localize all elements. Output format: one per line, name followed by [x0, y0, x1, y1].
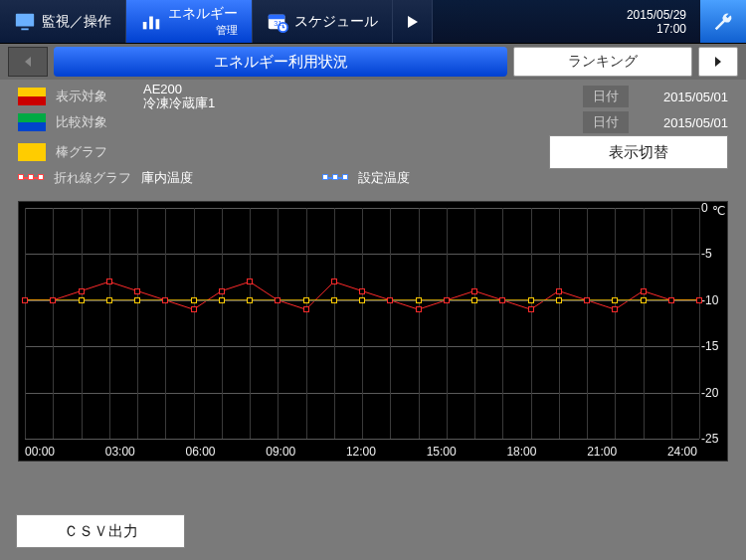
- calendar-clock-icon: 31: [267, 11, 288, 33]
- x-tick: 03:00: [105, 445, 135, 459]
- csv-export-label: ＣＳＶ出力: [64, 522, 138, 541]
- data-point: [499, 297, 505, 303]
- data-point: [528, 297, 534, 303]
- filter-panel: 表示対象 AE200 冷凍冷蔵庫1 日付 2015/05/01 比較対象 日付 …: [0, 80, 746, 199]
- bar-chart-icon: [140, 11, 162, 33]
- compare-label: 比較対象: [56, 113, 133, 131]
- data-point: [79, 297, 85, 303]
- tab-energy[interactable]: エネルギー 管理: [126, 0, 253, 43]
- x-tick: 00:00: [25, 445, 55, 459]
- svg-rect-3: [149, 16, 153, 29]
- csv-export-button[interactable]: ＣＳＶ出力: [16, 514, 185, 548]
- data-point: [612, 297, 618, 303]
- data-point: [668, 297, 674, 303]
- chart-area: ℃ 0-5-10-15-20-25 00:0003:0006:0009:0012…: [18, 201, 728, 462]
- tab-schedule-label: スケジュール: [294, 13, 378, 31]
- tab-energy-label2: 管理: [168, 23, 238, 38]
- series2-label: 設定温度: [358, 169, 410, 187]
- bar-swatch-icon: [18, 143, 46, 161]
- data-point: [471, 297, 477, 303]
- sub-nav: エネルギー利用状況 ランキング: [0, 44, 746, 80]
- line-series-icon-red: [18, 171, 44, 185]
- target-swatch-icon: [18, 88, 46, 105]
- x-axis-labels: 00:0003:0006:0009:0012:0015:0018:0021:00…: [25, 445, 697, 459]
- y-tick: 0: [701, 201, 727, 215]
- data-point: [219, 288, 225, 294]
- line-graph-label: 折れ線グラフ: [54, 169, 131, 187]
- data-point: [444, 297, 450, 303]
- chart-plot: 0-5-10-15-20-25: [25, 208, 699, 439]
- data-point: [134, 288, 140, 294]
- data-point: [471, 288, 477, 294]
- compare-date-label: 日付: [583, 111, 629, 133]
- data-point: [696, 297, 702, 303]
- tab-schedule[interactable]: 31 スケジュール: [253, 0, 393, 43]
- x-tick: 18:00: [506, 445, 536, 459]
- svg-marker-9: [408, 16, 418, 28]
- chevron-left-icon: [22, 56, 34, 68]
- svg-marker-11: [715, 57, 721, 67]
- y-tick: -25: [701, 432, 727, 446]
- subnav-next-button[interactable]: [698, 47, 738, 77]
- ranking-label: ランキング: [568, 53, 638, 71]
- line-series-icon-blue: [322, 171, 348, 185]
- data-point: [556, 297, 562, 303]
- data-point: [219, 297, 225, 303]
- data-point: [387, 297, 393, 303]
- page-title: エネルギー利用状況: [214, 53, 348, 72]
- time-text: 17:00: [656, 22, 686, 36]
- data-point: [416, 306, 422, 312]
- ranking-button[interactable]: ランキング: [513, 47, 692, 77]
- data-point: [162, 297, 168, 303]
- data-point: [641, 288, 647, 294]
- tab-energy-label1: エネルギー: [168, 5, 238, 21]
- x-tick: 15:00: [427, 445, 457, 459]
- data-point: [303, 306, 309, 312]
- data-point: [191, 306, 197, 312]
- x-tick: 06:00: [185, 445, 215, 459]
- monitor-icon: [14, 11, 36, 33]
- data-point: [612, 306, 618, 312]
- data-point: [416, 297, 422, 303]
- data-point: [134, 297, 140, 303]
- target-date-value: 2015/05/01: [639, 90, 728, 104]
- data-point: [331, 297, 337, 303]
- data-point: [106, 279, 112, 284]
- data-point: [22, 297, 28, 303]
- svg-rect-0: [16, 13, 34, 26]
- x-tick: 21:00: [587, 445, 617, 459]
- x-tick: 09:00: [266, 445, 295, 459]
- data-point: [79, 288, 85, 294]
- settings-button[interactable]: [700, 0, 746, 43]
- tab-monitor[interactable]: 監視／操作: [0, 0, 126, 43]
- series1-label: 庫内温度: [141, 169, 193, 187]
- y-tick: -20: [701, 386, 727, 400]
- data-point: [584, 297, 590, 303]
- x-tick: 12:00: [346, 445, 376, 459]
- y-tick: -10: [701, 293, 727, 307]
- subnav-prev-disabled: [8, 47, 48, 77]
- display-switch-button[interactable]: 表示切替: [549, 135, 728, 169]
- tab-next-button[interactable]: [393, 0, 433, 43]
- svg-rect-4: [156, 19, 160, 29]
- data-point: [556, 288, 562, 294]
- page-title-pill: エネルギー利用状況: [54, 47, 507, 77]
- compare-date-value: 2015/05/01: [639, 115, 728, 130]
- datetime-display: 2015/05/29 17:00: [613, 0, 700, 43]
- data-point: [359, 297, 365, 303]
- bar-graph-label: 棒グラフ: [56, 143, 133, 161]
- target-value: AE200 冷凍冷蔵庫1: [143, 83, 215, 111]
- y-tick: -5: [701, 247, 727, 261]
- date-text: 2015/05/29: [627, 8, 686, 22]
- wrench-icon: [712, 11, 734, 33]
- data-point: [247, 297, 253, 303]
- data-point: [106, 297, 112, 303]
- svg-rect-2: [143, 22, 147, 29]
- y-tick: -15: [701, 339, 727, 353]
- x-tick: 24:00: [667, 445, 697, 459]
- svg-rect-1: [21, 28, 28, 30]
- data-point: [359, 288, 365, 294]
- svg-marker-10: [25, 57, 31, 67]
- data-point: [641, 297, 647, 303]
- play-icon: [406, 15, 420, 29]
